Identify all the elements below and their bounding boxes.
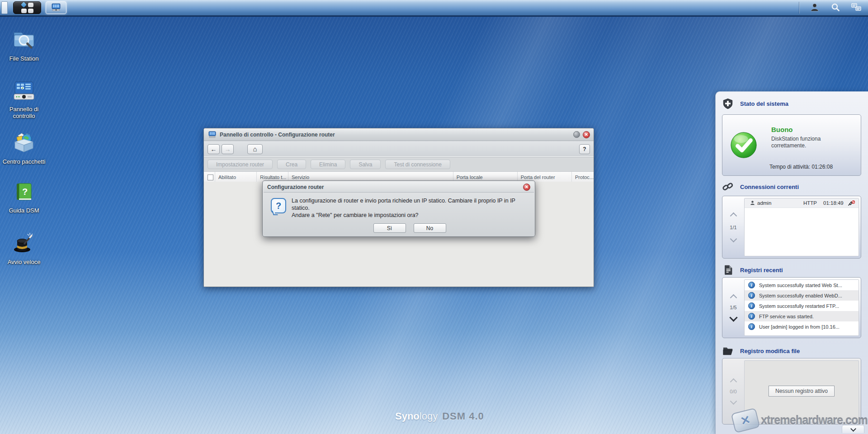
dialog-titlebar[interactable]: Configurazione router ✕ xyxy=(264,182,534,193)
page-down-icon[interactable] xyxy=(730,397,737,405)
status-value: Buono xyxy=(771,126,793,133)
pilot-view-button[interactable] xyxy=(847,1,865,14)
desktop-icon-label: Guida DSM xyxy=(9,207,39,214)
control-panel-mini-icon xyxy=(52,3,61,13)
widget-panel-collapse-button[interactable] xyxy=(842,425,864,433)
connections-header: Connessioni correnti xyxy=(722,181,799,192)
recent-logs-header: Registri recenti xyxy=(722,264,783,275)
page-indicator: 1/1 xyxy=(730,225,736,230)
page-down-icon[interactable] xyxy=(730,235,737,242)
user-icon xyxy=(810,3,819,13)
info-icon: i xyxy=(748,313,755,320)
router-setup-button[interactable]: Impostazione router xyxy=(208,160,273,169)
quick-start-icon xyxy=(12,231,36,256)
package-center-icon xyxy=(12,131,36,156)
page-up-icon[interactable] xyxy=(730,212,737,219)
connection-row: admin HTTP 01:18:49 xyxy=(745,198,859,208)
dialog-body: ? La configurazione di router e invio po… xyxy=(264,193,534,233)
page-up-icon[interactable] xyxy=(730,378,737,385)
file-log-header: Registro modifica file xyxy=(722,346,800,356)
brand-version: DSM 4.0 xyxy=(442,410,484,422)
forward-button[interactable]: → xyxy=(222,144,234,154)
info-icon: i xyxy=(748,282,755,288)
connection-test-button[interactable]: Test di connessione xyxy=(385,160,450,169)
connections-panel: 1/1 admin HTTP 01:18:49 xyxy=(722,196,861,259)
page-down-icon[interactable] xyxy=(729,313,737,321)
connection-time: 01:18:49 xyxy=(823,200,848,206)
column-header-protocol[interactable]: Protoc... xyxy=(571,172,594,183)
logs-pager: 1/5 xyxy=(722,278,744,338)
recent-logs-panel: 1/5 iSystem successfully started Web St.… xyxy=(722,277,861,338)
page-indicator: 1/5 xyxy=(730,305,736,310)
folder-icon xyxy=(722,346,734,356)
no-button[interactable]: No xyxy=(414,223,446,233)
connection-user: admin xyxy=(757,200,771,206)
tray-divider xyxy=(799,2,799,14)
desktop-icon-label: Avvio veloce xyxy=(8,259,41,265)
create-button[interactable]: Crea xyxy=(277,160,306,169)
log-entry: iUser [admin] logged in from [10.16... xyxy=(745,321,859,332)
dsm-help-icon: ? xyxy=(14,182,34,204)
brand-logo-bold: Syno xyxy=(395,410,420,422)
save-button[interactable]: Salva xyxy=(350,160,381,169)
window-navbar: ← → ⌂ ? xyxy=(204,141,594,157)
desktop-icon-quick-start[interactable]: Avvio veloce xyxy=(0,231,48,265)
system-status-header: Stato del sistema xyxy=(722,98,788,109)
help-button[interactable]: ? xyxy=(579,144,590,154)
search-button[interactable] xyxy=(826,1,844,14)
desktop-icon-label: Pannello di controllo xyxy=(0,106,48,119)
desktop-icon-package-center[interactable]: Centro pacchetti xyxy=(0,131,48,165)
disconnect-icon[interactable] xyxy=(848,200,855,206)
window-close-button[interactable]: ✕ xyxy=(583,131,590,138)
user-menu-button[interactable] xyxy=(806,1,824,14)
page-indicator: 0/0 xyxy=(730,389,736,394)
widget-title: Registri recenti xyxy=(740,267,783,274)
control-panel-icon xyxy=(12,80,36,103)
taskbar-item-control-panel[interactable] xyxy=(46,1,66,14)
status-ok-icon xyxy=(730,131,758,161)
info-icon: i xyxy=(748,323,755,330)
desktop-icon-dsm-help[interactable]: ? Guida DSM xyxy=(0,182,48,214)
dialog-message-1: La configurazione di router e invio port… xyxy=(292,197,528,212)
connections-pager: 1/1 xyxy=(722,196,744,258)
select-all-checkbox[interactable] xyxy=(204,172,215,183)
file-log-pager: 0/0 xyxy=(722,359,744,424)
main-menu-icon xyxy=(21,3,33,13)
main-menu-button[interactable] xyxy=(13,1,41,14)
show-desktop-button[interactable] xyxy=(1,1,8,14)
minimize-button[interactable] xyxy=(573,131,580,138)
svg-text:?: ? xyxy=(22,187,28,197)
yes-button[interactable]: Sì xyxy=(373,223,406,233)
dialog-close-button[interactable]: ✕ xyxy=(523,184,530,191)
router-config-dialog: Configurazione router ✕ ? La configurazi… xyxy=(262,180,535,237)
log-entry: iSystem successfully started Web St... xyxy=(745,280,859,290)
window-title: Pannello di controllo - Configurazione r… xyxy=(220,132,573,138)
window-titlebar[interactable]: Pannello di controllo - Configurazione r… xyxy=(204,128,594,141)
column-header-enabled[interactable]: Abilitato xyxy=(215,172,256,183)
desktop-icon-label: File Station xyxy=(9,55,38,62)
widget-title: Connessioni correnti xyxy=(740,184,799,190)
status-description: DiskStation funziona correttamente. xyxy=(771,136,846,149)
home-button[interactable]: ⌂ xyxy=(247,144,263,154)
question-icon: ? xyxy=(271,198,286,213)
back-button[interactable]: ← xyxy=(208,144,220,154)
dsm-branding: Synology DSM 4.0 xyxy=(395,410,484,422)
desktop-wallpaper: File Station Pannello di controllo Centr… xyxy=(0,0,868,434)
chain-link-icon xyxy=(722,181,734,192)
desktop-icon-label: Centro pacchetti xyxy=(3,158,46,165)
page-up-icon[interactable] xyxy=(730,294,737,301)
info-icon: i xyxy=(748,302,755,309)
desktop-icon-file-station[interactable]: File Station xyxy=(0,28,48,62)
recent-logs-list: iSystem successfully started Web St... i… xyxy=(744,279,859,336)
taskbar xyxy=(0,0,868,17)
chevron-down-icon xyxy=(850,426,856,432)
log-entry: iFTP service was started. xyxy=(745,311,859,321)
user-icon xyxy=(750,200,755,206)
delete-button[interactable]: Elimina xyxy=(311,160,345,169)
connections-list: admin HTTP 01:18:49 xyxy=(744,198,859,256)
file-log-panel: 0/0 Nessun registro attivo xyxy=(722,358,861,425)
desktop-icon-control-panel[interactable]: Pannello di controllo xyxy=(0,80,48,119)
pilot-view-icon xyxy=(851,3,861,13)
connection-protocol: HTTP xyxy=(803,200,823,206)
dialog-message-2: Andare a "Rete" per cambiare le impostaz… xyxy=(292,212,528,219)
